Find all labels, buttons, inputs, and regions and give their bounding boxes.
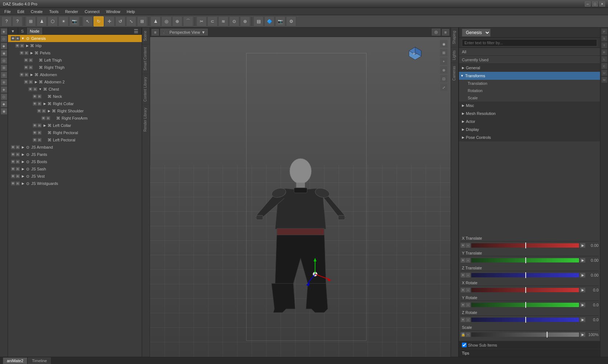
x-rotate-slider[interactable] [471, 288, 579, 292]
minimize-button[interactable]: ─ [585, 1, 591, 7]
z-translate-slider[interactable] [471, 273, 579, 277]
vis-eye-jw[interactable]: 👁 [11, 181, 15, 186]
vis-render-jw[interactable]: R [16, 181, 20, 186]
vp-ctrl-expand[interactable]: ⤢ [440, 83, 448, 91]
arrow-ja[interactable]: ▶ [21, 145, 25, 149]
viewport-menu-btn[interactable]: ≡ [152, 29, 159, 36]
tree-item-right-pectoral[interactable]: 👁 R ⌘ Right Pectoral [8, 129, 142, 136]
vis-render-lc[interactable]: R [37, 123, 42, 128]
tree-item-right-collar[interactable]: 👁 R ▶ ⌘ Right Collar [8, 100, 142, 107]
y-translate-plus[interactable]: ▶ [580, 258, 586, 263]
label-render-library[interactable]: Render Library [142, 104, 150, 135]
vis-eye-rs[interactable]: 👁 [37, 109, 41, 113]
vis-eye-rc[interactable]: 👁 [33, 102, 37, 106]
show-sub-checkbox[interactable] [462, 343, 467, 347]
vis-eye-neck[interactable]: 👁 [33, 94, 37, 99]
vis-eye-ab[interactable]: 👁 [20, 73, 24, 77]
tree-item-js-pants[interactable]: 👁 R ▶ ⊙ JS Pants [8, 151, 142, 158]
y-rotate-slider[interactable] [471, 303, 579, 307]
scene-tab-s[interactable]: S [18, 28, 27, 34]
scene-tab-node[interactable]: Node [27, 28, 42, 34]
vis-render-ab[interactable]: R [24, 73, 29, 77]
param-cat-misc[interactable]: ▶ Misc [459, 102, 600, 109]
param-cat-display[interactable]: ▶ Display [459, 125, 600, 133]
vis-eye-jsa[interactable]: 👁 [11, 167, 15, 171]
menu-create[interactable]: Create [28, 9, 46, 15]
left-icon-10[interactable]: ◇ [1, 94, 7, 100]
vis-eye-genesis[interactable]: 👁 [11, 36, 15, 41]
y-translate-lock[interactable]: - [466, 258, 471, 263]
tree-item-abdomen2[interactable]: 👁 R ▶ ⌘ Abdomen 2 [8, 78, 142, 86]
x-translate-minus[interactable]: + [460, 243, 466, 248]
tool-select[interactable]: ↖ [83, 16, 93, 26]
vis-eye-pelvis[interactable]: 👁 [20, 51, 24, 55]
tree-item-abdomen[interactable]: 👁 R ▶ ⌘ Abdomen [8, 71, 142, 78]
tool-edit3[interactable]: ≋ [218, 16, 228, 26]
vp-ctrl-4[interactable]: ⊕ [440, 66, 448, 74]
vis-eye-rp[interactable]: 👁 [33, 131, 37, 135]
menu-render[interactable]: Render [62, 9, 81, 15]
vp-ctrl-2[interactable]: ⊞ [440, 49, 448, 57]
vp-ctrl-1[interactable]: ◉ [440, 40, 448, 48]
scene-tab-arrow[interactable]: ▼ [8, 28, 18, 34]
left-icon-5[interactable]: ◎ [1, 57, 7, 64]
left-icon-4[interactable]: ◉ [1, 50, 7, 57]
arrow-lc[interactable]: ▶ [43, 124, 46, 127]
vis-eye-hip[interactable]: 👁 [15, 44, 20, 48]
viewport-canvas[interactable]: ▶ ◉ ⊞ + ⊕ ⊡ ⤢ [150, 37, 451, 357]
arrow-jw[interactable]: ▶ [21, 182, 25, 185]
x-rotate-lock[interactable]: - [466, 288, 471, 293]
label-shaping[interactable]: Shaping [451, 28, 458, 47]
tool-transform[interactable]: ⊞ [137, 16, 147, 26]
tool-edit5[interactable]: ⊛ [240, 16, 250, 26]
param-cat-transforms[interactable]: ▼ Transforms [459, 72, 600, 80]
node-selector[interactable]: Genesis [462, 29, 491, 37]
vis-render-jv[interactable]: R [16, 174, 20, 178]
right-icon-s[interactable]: S [601, 35, 608, 42]
scale-plus[interactable]: ▶ [580, 332, 586, 337]
tool-figure[interactable]: ♟ [37, 16, 47, 26]
label-content-library[interactable]: Content Library [142, 74, 150, 104]
y-rotate-minus[interactable]: + [460, 302, 466, 307]
tree-item-js-boots[interactable]: 👁 R ▶ ⊙ JS Boots [8, 158, 142, 165]
arrow-jsa[interactable]: ▶ [21, 167, 25, 171]
tool-settings[interactable]: ⚙ [286, 16, 296, 26]
y-rotate-lock[interactable]: - [466, 302, 471, 307]
vis-render-neck[interactable]: R [37, 94, 42, 99]
vis-render-lt[interactable]: R [29, 58, 33, 62]
right-icon-r[interactable]: R [601, 49, 608, 55]
vis-render-rs[interactable]: R [42, 109, 46, 113]
arrow-jv[interactable]: ▶ [21, 174, 25, 178]
vp-ctrl-3[interactable]: + [440, 57, 448, 65]
show-sub-label[interactable]: Show Sub Items [462, 343, 497, 347]
vis-render-jb[interactable]: R [16, 160, 20, 164]
left-icon-6[interactable]: ⊞ [1, 65, 7, 71]
tool-edit1[interactable]: ✂ [197, 16, 207, 26]
param-cat-scale[interactable]: Scale [459, 94, 600, 102]
vis-render-chest[interactable]: R [33, 87, 37, 91]
z-rotate-minus[interactable]: + [460, 317, 466, 322]
param-cat-mesh[interactable]: ▶ Mesh Resolution [459, 109, 600, 117]
right-icon-params[interactable]: P [601, 28, 608, 35]
tool-render3[interactable]: 📷 [275, 16, 285, 26]
left-icon-3[interactable]: ◆ [1, 43, 7, 49]
vis-eye-rf[interactable]: 👁 [41, 116, 46, 120]
vis-eye-rt[interactable]: 👁 [24, 65, 28, 70]
vis-render-jp[interactable]: R [16, 152, 20, 157]
x-translate-slider[interactable] [471, 243, 579, 248]
z-rotate-plus[interactable]: ▶ [580, 317, 586, 322]
tree-item-left-pectoral[interactable]: 👁 R ⌘ Left Pectoral [8, 136, 142, 144]
tool-camera[interactable]: 📷 [69, 16, 79, 26]
vis-render-rc[interactable]: R [37, 102, 42, 106]
vis-render-rt[interactable]: R [29, 65, 33, 70]
tool-render2[interactable]: 🔷 [264, 16, 274, 26]
tree-item-genesis[interactable]: 👁 R ▼ ⊙ Genesis [8, 35, 142, 42]
vp-ctrl-5[interactable]: ⊡ [440, 75, 448, 83]
tree-item-neck[interactable]: 👁 R ⌘ Neck [8, 93, 142, 100]
menu-help[interactable]: Help [124, 9, 138, 15]
tool-morphs[interactable]: ⊕ [172, 16, 182, 26]
arrow-hip[interactable]: ▶ [25, 44, 29, 47]
vis-render-ja[interactable]: R [16, 145, 20, 149]
param-cat-all[interactable]: All [459, 48, 600, 56]
vis-render-pelvis[interactable]: R [24, 51, 29, 55]
